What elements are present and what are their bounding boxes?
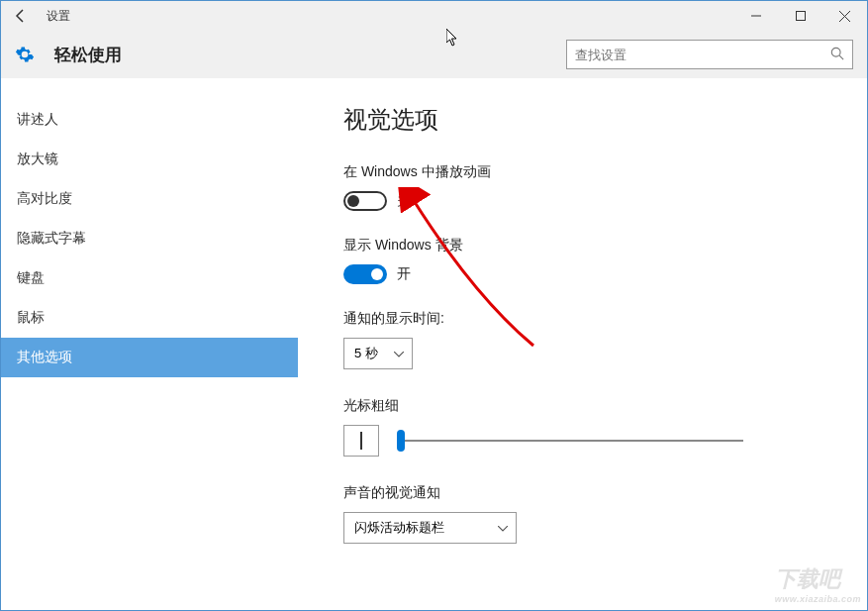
animations-label: 在 Windows 中播放动画 bbox=[343, 163, 827, 181]
close-button[interactable] bbox=[822, 1, 867, 31]
content: 视觉选项 在 Windows 中播放动画 关 显示 Windows 背景 开 通… bbox=[298, 78, 867, 610]
sidebar-item-mouse[interactable]: 鼠标 bbox=[1, 298, 298, 338]
search-box[interactable] bbox=[566, 40, 853, 69]
chevron-down-icon bbox=[498, 522, 508, 534]
svg-rect-1 bbox=[796, 12, 805, 21]
sidebar-item-narrator[interactable]: 讲述人 bbox=[1, 100, 298, 140]
background-label: 显示 Windows 背景 bbox=[343, 237, 827, 255]
sound-visual-dropdown[interactable]: 闪烁活动标题栏 bbox=[343, 512, 517, 544]
page-title: 视觉选项 bbox=[343, 104, 827, 136]
search-icon bbox=[830, 47, 844, 63]
cursor-thickness-label: 光标粗细 bbox=[343, 397, 827, 415]
animations-state: 关 bbox=[397, 192, 411, 210]
background-toggle[interactable] bbox=[343, 264, 387, 284]
svg-line-5 bbox=[839, 55, 843, 59]
cursor-thickness-slider[interactable] bbox=[397, 429, 743, 453]
window-title: 设置 bbox=[47, 8, 70, 25]
search-input[interactable] bbox=[575, 48, 830, 62]
window-controls bbox=[733, 1, 867, 31]
sidebar-item-closed-captions[interactable]: 隐藏式字幕 bbox=[1, 219, 298, 258]
titlebar: 设置 bbox=[1, 1, 867, 31]
cursor-preview bbox=[343, 425, 379, 457]
maximize-button[interactable] bbox=[778, 1, 822, 31]
sound-visual-label: 声音的视觉通知 bbox=[343, 484, 827, 502]
sidebar-item-magnifier[interactable]: 放大镜 bbox=[1, 140, 298, 179]
animations-toggle[interactable] bbox=[343, 191, 387, 211]
notification-time-label: 通知的显示时间: bbox=[343, 310, 827, 328]
svg-point-4 bbox=[831, 48, 840, 56]
back-button[interactable] bbox=[1, 1, 41, 31]
chevron-down-icon bbox=[394, 348, 404, 359]
minimize-button[interactable] bbox=[733, 1, 778, 31]
sidebar: 讲述人 放大镜 高对比度 隐藏式字幕 键盘 鼠标 其他选项 bbox=[1, 78, 298, 610]
notification-time-dropdown[interactable]: 5 秒 bbox=[343, 338, 413, 369]
sidebar-item-high-contrast[interactable]: 高对比度 bbox=[1, 179, 298, 219]
background-state: 开 bbox=[397, 265, 411, 283]
header-title: 轻松使用 bbox=[54, 44, 122, 66]
sidebar-item-keyboard[interactable]: 键盘 bbox=[1, 258, 298, 298]
gear-icon bbox=[15, 45, 35, 64]
sidebar-item-other-options[interactable]: 其他选项 bbox=[1, 338, 298, 377]
header: 轻松使用 bbox=[1, 31, 867, 78]
